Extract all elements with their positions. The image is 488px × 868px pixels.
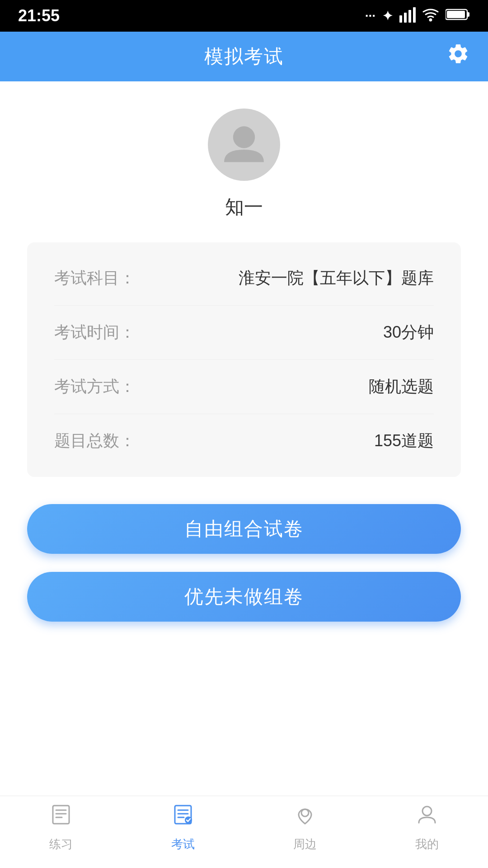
exam-time-row: 考试时间： 30分钟: [54, 306, 434, 360]
exam-subject-row: 考试科目： 淮安一院【五年以下】题库: [54, 251, 434, 306]
exam-subject-label: 考试科目：: [54, 267, 136, 289]
svg-rect-2: [408, 10, 411, 23]
settings-button[interactable]: [446, 42, 470, 71]
username: 知一: [225, 194, 263, 220]
status-bar: 21:55 ··· ✦: [0, 0, 488, 32]
nav-item-exam[interactable]: 考试: [162, 798, 204, 857]
info-card: 考试科目： 淮安一院【五年以下】题库 考试时间： 30分钟 考试方式： 随机选题…: [27, 242, 461, 477]
nav-label-profile: 我的: [415, 836, 439, 852]
exam-total-label: 题目总数：: [54, 430, 136, 452]
avatar-icon: [208, 108, 280, 181]
svg-point-19: [422, 807, 432, 816]
bluetooth-icon: ✦: [382, 9, 393, 24]
status-time: 21:55: [18, 6, 60, 25]
battery-icon: [446, 8, 470, 24]
exam-mode-value: 随机选题: [369, 376, 434, 398]
signal-icon: [399, 6, 416, 26]
header: 模拟考试: [0, 32, 488, 81]
avatar-section: 知一: [208, 108, 280, 220]
svg-rect-1: [404, 13, 407, 23]
wifi-icon: [422, 6, 439, 26]
nav-label-exam: 考试: [171, 836, 195, 852]
practice-icon: [49, 803, 73, 832]
svg-rect-6: [467, 12, 469, 17]
svg-rect-9: [53, 806, 69, 824]
exam-mode-label: 考试方式：: [54, 376, 136, 398]
nav-item-profile[interactable]: 我的: [406, 798, 448, 857]
svg-point-4: [430, 19, 432, 21]
nav-label-nearby: 周边: [293, 836, 317, 852]
exam-mode-row: 考试方式： 随机选题: [54, 360, 434, 414]
header-title: 模拟考试: [204, 44, 284, 69]
nav-label-practice: 练习: [49, 836, 73, 852]
exam-total-value: 155道题: [374, 430, 434, 452]
svg-point-8: [233, 126, 255, 148]
priority-undone-button[interactable]: 优先未做组卷: [27, 572, 461, 622]
exam-subject-value: 淮安一院【五年以下】题库: [239, 267, 434, 289]
exam-icon: [171, 803, 195, 832]
ellipsis-icon: ···: [365, 9, 375, 23]
free-compose-button[interactable]: 自由组合试卷: [27, 504, 461, 554]
nearby-icon: [293, 803, 317, 832]
bottom-nav: 练习 考试 周边: [0, 796, 488, 868]
nav-item-nearby[interactable]: 周边: [284, 798, 326, 857]
svg-rect-0: [399, 15, 402, 23]
exam-total-row: 题目总数： 155道题: [54, 414, 434, 468]
svg-rect-7: [447, 11, 465, 18]
svg-rect-3: [413, 7, 416, 23]
avatar: [208, 108, 280, 181]
buttons-section: 自由组合试卷 优先未做组卷: [27, 504, 461, 622]
nav-item-practice[interactable]: 练习: [40, 798, 82, 857]
exam-time-value: 30分钟: [383, 321, 434, 344]
exam-time-label: 考试时间：: [54, 321, 136, 344]
status-icons: ··· ✦: [365, 6, 470, 26]
main-content: 知一 考试科目： 淮安一院【五年以下】题库 考试时间： 30分钟 考试方式： 随…: [0, 81, 488, 796]
profile-icon: [415, 803, 439, 832]
